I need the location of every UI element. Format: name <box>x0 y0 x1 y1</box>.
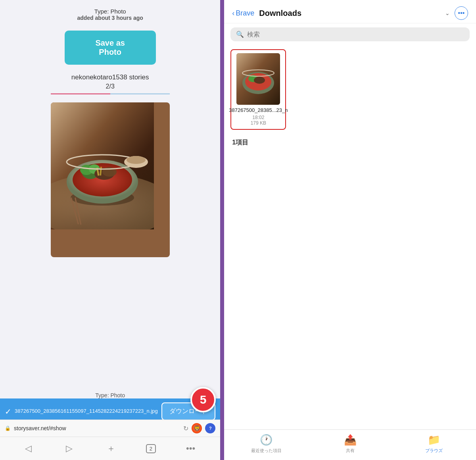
back-nav-button[interactable]: ◁ <box>21 442 36 455</box>
item-count: 1項目 <box>224 134 476 152</box>
vpn-icon[interactable]: ? <box>205 423 215 433</box>
back-button[interactable]: ‹ Brave <box>232 9 254 17</box>
type-label: Type: Photo <box>77 8 143 15</box>
file-thumbnail <box>236 53 280 105</box>
food-image-svg <box>51 102 154 229</box>
progress-bar <box>51 93 170 94</box>
recent-icon: 🕐 <box>260 434 273 446</box>
top-info: Type: Photo added about 3 hours ago <box>77 4 143 23</box>
right-panel: ‹ Brave Downloads ⌄ ••• 🔍 <box>224 0 476 460</box>
search-bar: 🔍 <box>230 27 470 41</box>
tab-recent-label: 最近使った項目 <box>251 448 282 454</box>
bottom-tab-bar: 🕐 最近使った項目 📤 共有 📁 ブラウズ <box>224 429 476 460</box>
file-size: 179 KB <box>251 120 266 126</box>
svg-point-14 <box>127 156 146 164</box>
url-text: storysaver.net/#show <box>14 425 180 431</box>
downloads-header: ‹ Brave Downloads ⌄ ••• <box>224 0 476 23</box>
tab-recent[interactable]: 🕐 最近使った項目 <box>250 434 282 454</box>
chevron-left-icon: ‹ <box>232 9 234 17</box>
save-as-photo-button[interactable]: Save as Photo <box>65 31 156 65</box>
nav-bar: ◁ ▷ ＋ 2 ••• <box>0 437 220 460</box>
filename-text: 387267500_283856161155097_11452822242192… <box>15 408 158 415</box>
tab-browse-label: ブラウズ <box>425 448 443 454</box>
type-photo-bottom: Type: Photo <box>95 392 125 398</box>
back-label: Brave <box>236 9 254 17</box>
brave-icon[interactable]: 🦁 <box>192 423 202 433</box>
thumb-svg <box>236 53 280 105</box>
tab-count-button[interactable]: 2 <box>146 444 156 453</box>
tab-browse[interactable]: 📁 ブラウズ <box>418 434 450 454</box>
svg-point-21 <box>254 77 265 84</box>
file-grid: 387267500_28385...23_n 18:02 179 KB <box>224 45 476 134</box>
menu-button[interactable]: ••• <box>182 442 199 455</box>
added-label: added about 3 hours ago <box>77 15 143 21</box>
stories-count: 2/3 <box>106 83 115 90</box>
left-panel: Type: Photo added about 3 hours ago Save… <box>0 0 220 460</box>
title-chevron-icon: ⌄ <box>445 10 450 16</box>
new-tab-button[interactable]: ＋ <box>103 441 119 456</box>
downloads-title: Downloads <box>259 9 440 18</box>
search-input[interactable] <box>247 31 464 38</box>
search-icon: 🔍 <box>236 31 244 38</box>
reload-icon[interactable]: ↻ <box>183 425 188 432</box>
more-options-button[interactable]: ••• <box>455 6 468 20</box>
check-icon: ✓ <box>5 407 12 416</box>
food-image <box>51 102 170 257</box>
tab-share[interactable]: 📤 共有 <box>334 434 366 454</box>
browse-icon: 📁 <box>428 434 440 446</box>
forward-nav-button[interactable]: ▷ <box>62 442 77 455</box>
file-time: 18:02 <box>252 115 264 120</box>
progress-bar-fg <box>51 93 110 94</box>
tab-share-label: 共有 <box>346 448 355 454</box>
stories-user: nekonekotaro1538 stories <box>71 73 149 81</box>
share-icon: 📤 <box>344 434 357 446</box>
browser-bottom-bar: 🔒 storysaver.net/#show ↻ 🦁 ? ◁ ▷ ＋ 2 ••• <box>0 420 220 460</box>
step-5-badge: 5 <box>190 387 216 412</box>
panel-divider <box>220 0 224 460</box>
file-item[interactable]: 387267500_28385...23_n 18:02 179 KB <box>230 49 286 130</box>
url-bar: 🔒 storysaver.net/#show ↻ 🦁 ? <box>0 420 220 437</box>
lock-icon: 🔒 <box>5 425 11 431</box>
file-name: 387267500_28385...23_n <box>229 107 288 114</box>
